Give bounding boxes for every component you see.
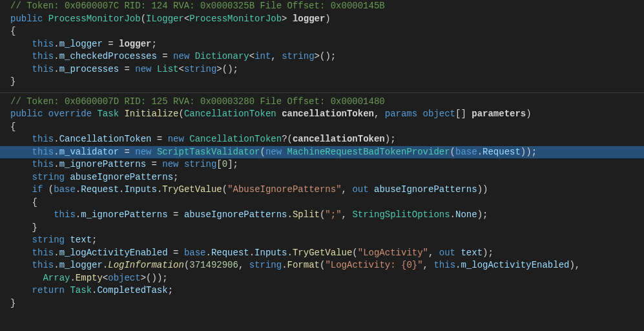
code-line: public override Task Initialize(Cancella…: [0, 108, 644, 121]
brace: }: [0, 222, 644, 235]
code-editor[interactable]: // Token: 0x0600007C RID: 124 RVA: 0x000…: [0, 0, 644, 310]
code-line-highlighted: this.m_validator = new ScriptTaskValidat…: [0, 146, 644, 159]
code-line: this.CancellationToken = new Cancellatio…: [0, 133, 644, 146]
brace: {: [0, 121, 644, 134]
code-line: // Token: 0x0600007D RID: 125 RVA: 0x000…: [0, 96, 644, 109]
brace: {: [0, 197, 644, 209]
code-line: this.m_logActivityEnabled = base.Request…: [0, 247, 644, 260]
code-line: this.m_checkedProcesses = new Dictionary…: [0, 50, 644, 63]
section-divider: [0, 92, 644, 93]
code-line: this.m_ignorePatterns = abuseIgnorePatte…: [0, 209, 644, 222]
brace: {: [0, 25, 644, 38]
code-line: public ProcessMonitorJob(ILogger<Process…: [0, 13, 644, 26]
comment-token: // Token: 0x0600007C RID: 124 RVA: 0x000…: [10, 1, 385, 11]
brace: }: [0, 297, 644, 310]
comment-token: // Token: 0x0600007D RID: 125 RVA: 0x000…: [10, 96, 385, 107]
code-line: this.m_logger.LogInformation(371492906, …: [0, 259, 644, 272]
code-line: this.m_processes = new List<string>();: [0, 63, 644, 76]
code-line: // Token: 0x0600007C RID: 124 RVA: 0x000…: [0, 0, 644, 13]
code-line: this.m_ignorePatterns = new string[0];: [0, 158, 644, 171]
brace: }: [0, 76, 644, 89]
code-line: Array.Empty<object>());: [0, 272, 644, 285]
code-line: return Task.CompletedTask;: [0, 284, 644, 297]
code-line: this.m_logger = logger;: [0, 38, 644, 51]
code-line: if (base.Request.Inputs.TryGetValue("Abu…: [0, 184, 644, 197]
code-line: string abuseIgnorePatterns;: [0, 171, 644, 184]
code-line: string text;: [0, 234, 644, 247]
